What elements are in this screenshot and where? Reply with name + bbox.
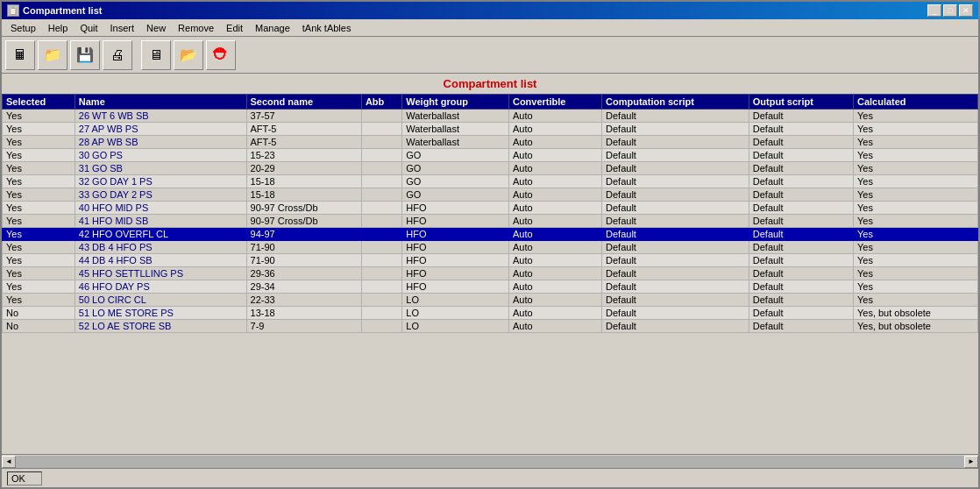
- menu-help[interactable]: Help: [43, 22, 74, 34]
- maximize-button[interactable]: □: [943, 4, 957, 17]
- table-container: Selected Name Second name Abb Weight gro…: [2, 94, 978, 468]
- cell-name: 27 AP WB PS: [75, 123, 246, 136]
- cell-selected: No: [3, 320, 75, 333]
- h-scroll-track[interactable]: [16, 456, 964, 468]
- cell-calculated: Yes: [853, 294, 977, 307]
- table-row[interactable]: Yes26 WT 6 WB SB37-57WaterballastAutoDef…: [3, 110, 978, 123]
- cell-selected: Yes: [3, 149, 75, 162]
- cell-convertible: Auto: [508, 110, 601, 123]
- table-row[interactable]: Yes42 HFO OVERFL CL94-97HFOAutoDefaultDe…: [3, 228, 978, 241]
- menu-manage[interactable]: Manage: [250, 22, 295, 34]
- cell-name: 46 HFO DAY PS: [75, 280, 246, 294]
- cell-output_script: Default: [749, 241, 853, 254]
- minimize-button[interactable]: _: [927, 4, 941, 17]
- table-row[interactable]: Yes32 GO DAY 1 PS15-18GOAutoDefaultDefau…: [3, 175, 978, 188]
- cell-abb: [361, 202, 401, 215]
- table-scroll[interactable]: Selected Name Second name Abb Weight gro…: [2, 94, 978, 454]
- table-row[interactable]: Yes28 AP WB SBAFT-5WaterballastAutoDefau…: [3, 136, 978, 149]
- cell-weight_group: GO: [402, 175, 509, 188]
- menu-edit[interactable]: Edit: [221, 22, 248, 34]
- table-row[interactable]: Yes41 HFO MID SB90-97 Cross/DbHFOAutoDef…: [3, 215, 978, 228]
- cell-abb: [361, 228, 401, 241]
- print-button[interactable]: 🖨: [103, 40, 132, 70]
- cell-abb: [361, 162, 401, 175]
- cell-output_script: Default: [749, 307, 853, 320]
- cell-calculated: Yes: [853, 136, 977, 149]
- cell-convertible: Auto: [508, 267, 601, 280]
- cell-weight_group: HFO: [402, 241, 509, 254]
- cell-output_script: Default: [749, 175, 853, 188]
- cell-name: 44 DB 4 HFO SB: [75, 254, 246, 267]
- cell-calculated: Yes: [853, 267, 977, 280]
- cell-abb: [361, 280, 401, 294]
- cell-second_name: 29-36: [246, 267, 361, 280]
- cell-name: 40 HFO MID PS: [75, 202, 246, 215]
- table-row[interactable]: Yes33 GO DAY 2 PS15-18GOAutoDefaultDefau…: [3, 188, 978, 202]
- cell-selected: Yes: [3, 215, 75, 228]
- scroll-right-button[interactable]: ►: [964, 456, 978, 468]
- open-button[interactable]: 📁: [38, 40, 67, 70]
- cell-convertible: Auto: [508, 294, 601, 307]
- menu-quit[interactable]: Quit: [75, 22, 103, 34]
- table-row[interactable]: Yes31 GO SB20-29GOAutoDefaultDefaultYes: [3, 162, 978, 175]
- cell-computation_script: Default: [602, 320, 749, 333]
- cell-computation_script: Default: [602, 162, 749, 175]
- cell-calculated: Yes: [853, 241, 977, 254]
- cell-name: 43 DB 4 HFO PS: [75, 241, 246, 254]
- cell-name: 30 GO PS: [75, 149, 246, 162]
- cell-name: 26 WT 6 WB SB: [75, 110, 246, 123]
- terminal-button[interactable]: 🖥: [141, 40, 171, 70]
- menu-insert[interactable]: Insert: [105, 22, 140, 34]
- calc-button[interactable]: 🖩: [5, 40, 35, 70]
- cell-weight_group: HFO: [402, 228, 509, 241]
- cell-second_name: 71-90: [246, 241, 361, 254]
- cell-second_name: 7-9: [246, 320, 361, 333]
- close-button[interactable]: ✕: [959, 4, 973, 17]
- cell-computation_script: Default: [602, 123, 749, 136]
- table-row[interactable]: Yes44 DB 4 HFO SB71-90HFOAutoDefaultDefa…: [3, 254, 978, 267]
- table-row[interactable]: Yes27 AP WB PSAFT-5WaterballastAutoDefau…: [3, 123, 978, 136]
- menu-tank-tables[interactable]: tAnk tAbles: [297, 22, 357, 34]
- menu-setup[interactable]: Setup: [5, 22, 41, 34]
- table-row[interactable]: Yes45 HFO SETTLLING PS29-36HFOAutoDefaul…: [3, 267, 978, 280]
- cell-output_script: Default: [749, 215, 853, 228]
- compartment-table: Selected Name Second name Abb Weight gro…: [2, 94, 978, 333]
- table-row[interactable]: Yes40 HFO MID PS90-97 Cross/DbHFOAutoDef…: [3, 202, 978, 215]
- cell-selected: Yes: [3, 136, 75, 149]
- folder-button[interactable]: 📂: [174, 40, 203, 70]
- cell-weight_group: HFO: [402, 280, 509, 294]
- menu-new[interactable]: New: [141, 22, 171, 34]
- cell-name: 33 GO DAY 2 PS: [75, 188, 246, 202]
- col-output-script: Output script: [749, 95, 853, 110]
- cell-convertible: Auto: [508, 136, 601, 149]
- print-icon: 🖨: [110, 47, 124, 63]
- cell-second_name: 94-97: [246, 228, 361, 241]
- cell-abb: [361, 254, 401, 267]
- cell-abb: [361, 267, 401, 280]
- save-button[interactable]: 💾: [70, 40, 100, 70]
- help-button[interactable]: ⛑: [206, 40, 236, 70]
- cell-second_name: 71-90: [246, 254, 361, 267]
- table-row[interactable]: Yes30 GO PS15-23GOAutoDefaultDefaultYes: [3, 149, 978, 162]
- folder-icon: 📂: [180, 46, 197, 63]
- scroll-left-button[interactable]: ◄: [2, 456, 16, 468]
- menu-remove[interactable]: Remove: [173, 22, 219, 34]
- cell-second_name: 90-97 Cross/Db: [246, 215, 361, 228]
- cell-name: 45 HFO SETTLLING PS: [75, 267, 246, 280]
- help-icon: ⛑: [213, 46, 229, 64]
- cell-name: 41 HFO MID SB: [75, 215, 246, 228]
- cell-name: 32 GO DAY 1 PS: [75, 175, 246, 188]
- cell-abb: [361, 215, 401, 228]
- horizontal-scrollbar[interactable]: ◄ ►: [2, 454, 978, 468]
- cell-computation_script: Default: [602, 175, 749, 188]
- table-row[interactable]: Yes50 LO CIRC CL22-33LOAutoDefaultDefaul…: [3, 294, 978, 307]
- cell-abb: [361, 188, 401, 202]
- table-row[interactable]: Yes43 DB 4 HFO PS71-90HFOAutoDefaultDefa…: [3, 241, 978, 254]
- table-row[interactable]: No52 LO AE STORE SB7-9LOAutoDefaultDefau…: [3, 320, 978, 333]
- table-row[interactable]: No51 LO ME STORE PS13-18LOAutoDefaultDef…: [3, 307, 978, 320]
- cell-computation_script: Default: [602, 254, 749, 267]
- cell-output_script: Default: [749, 294, 853, 307]
- table-row[interactable]: Yes46 HFO DAY PS29-34HFOAutoDefaultDefau…: [3, 280, 978, 294]
- cell-weight_group: HFO: [402, 267, 509, 280]
- window-title: Compartment list: [23, 5, 102, 16]
